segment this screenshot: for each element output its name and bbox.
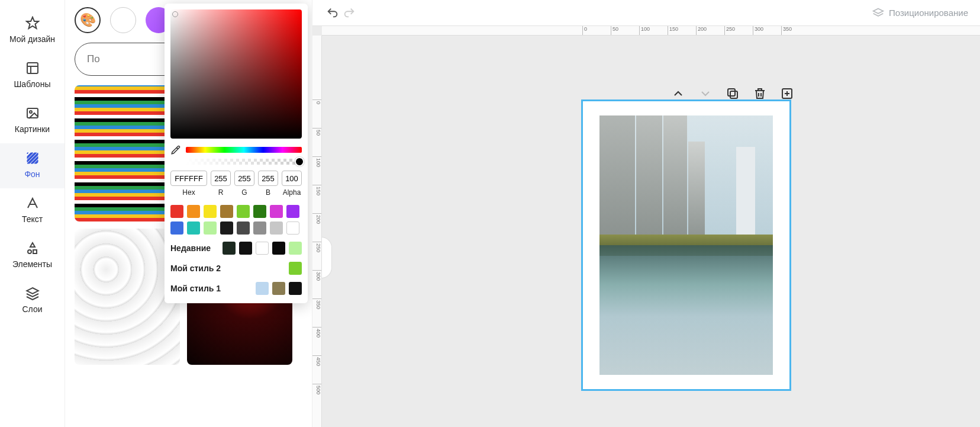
- sidebar-item-text[interactable]: Текст: [0, 188, 65, 233]
- preset-swatch[interactable]: [253, 205, 266, 218]
- recent-swatch[interactable]: [256, 242, 269, 255]
- g-label: G: [234, 188, 254, 197]
- svg-marker-7: [27, 288, 38, 294]
- preset-swatch[interactable]: [220, 205, 233, 218]
- ruler-tick: 350: [312, 298, 321, 309]
- alpha-thumb[interactable]: [295, 157, 304, 166]
- style-swatch[interactable]: [289, 282, 302, 295]
- b-input[interactable]: [258, 171, 278, 186]
- saturation-field[interactable]: [170, 9, 302, 139]
- ruler-tick: 300: [753, 26, 763, 35]
- svg-point-3: [30, 111, 32, 113]
- ruler-tick: 350: [781, 26, 792, 35]
- g-input[interactable]: [234, 171, 254, 186]
- style2-label: Мой стиль 2: [170, 264, 221, 273]
- sidebar-item-elements[interactable]: Элементы: [0, 233, 65, 278]
- svg-rect-11: [728, 89, 735, 96]
- sidebar-item-layers[interactable]: Слои: [0, 278, 65, 323]
- ruler-tick: 50: [611, 26, 618, 35]
- image-icon: [25, 105, 40, 121]
- style-swatch[interactable]: [272, 282, 285, 295]
- sidebar-item-label: Шаблоны: [14, 79, 51, 89]
- preset-swatch[interactable]: [187, 205, 200, 218]
- palette-button[interactable]: 🎨: [75, 7, 101, 33]
- photo-content: [599, 115, 773, 375]
- preset-swatch[interactable]: [237, 205, 250, 218]
- preset-swatch[interactable]: [220, 221, 233, 235]
- svg-marker-4: [30, 243, 35, 247]
- svg-marker-0: [27, 17, 38, 28]
- style-swatch[interactable]: [256, 282, 269, 295]
- shapes-icon: [25, 240, 40, 256]
- positioning-button[interactable]: Позиционирование: [872, 7, 968, 19]
- preset-swatch[interactable]: [253, 221, 266, 235]
- preset-swatch[interactable]: [286, 221, 299, 235]
- work-surface[interactable]: [322, 36, 980, 427]
- svg-rect-6: [33, 250, 37, 253]
- hue-slider[interactable]: [186, 147, 302, 153]
- hex-label: Hex: [170, 188, 207, 197]
- recent-swatch[interactable]: [239, 242, 252, 255]
- recent-swatch[interactable]: [223, 242, 236, 255]
- ruler-tick: 200: [696, 26, 707, 35]
- redo-button[interactable]: [341, 5, 357, 21]
- recent-label: Недавние: [170, 243, 211, 253]
- sidebar-item-templates[interactable]: Шаблоны: [0, 53, 65, 98]
- alpha-slider[interactable]: [186, 159, 302, 165]
- recent-swatch[interactable]: [272, 242, 285, 255]
- eyedropper-icon[interactable]: [170, 145, 181, 155]
- sidebar-item-my-design[interactable]: Мой дизайн: [0, 8, 65, 53]
- ruler-tick: 400: [312, 327, 321, 338]
- ruler-tick: 250: [312, 242, 321, 252]
- hatch-icon: [25, 150, 40, 166]
- ruler-tick: 200: [312, 213, 321, 224]
- background-panel: 🎨: [65, 0, 312, 427]
- swatch-white[interactable]: [110, 7, 136, 33]
- alpha-input[interactable]: [282, 171, 302, 186]
- recent-swatch[interactable]: [289, 242, 302, 255]
- canvas-area: Позиционирование 050100150200250300350 0…: [312, 0, 980, 427]
- saturation-cursor[interactable]: [172, 11, 178, 17]
- color-picker: Hex R G B Alpha Недавние Мой стиль 2 Мой…: [165, 4, 308, 303]
- preset-swatch[interactable]: [204, 205, 217, 218]
- svg-rect-2: [27, 108, 38, 118]
- sidebar-item-background[interactable]: Фон: [0, 143, 65, 188]
- text-icon: [25, 195, 40, 211]
- style-swatch[interactable]: [289, 262, 302, 275]
- svg-marker-9: [873, 8, 884, 13]
- sidebar-item-label: Текст: [22, 214, 43, 224]
- layers-icon: [872, 7, 884, 19]
- ruler-tick: 150: [312, 185, 321, 195]
- ruler-tick: 50: [312, 128, 321, 136]
- undo-button[interactable]: [324, 5, 341, 21]
- r-input[interactable]: [211, 171, 231, 186]
- ruler-tick: 450: [312, 355, 321, 366]
- sidebar-item-label: Элементы: [12, 259, 52, 269]
- panel-handle[interactable]: [322, 237, 332, 278]
- svg-point-5: [28, 250, 31, 253]
- ruler-tick: 100: [639, 26, 650, 35]
- canvas-page[interactable]: [581, 99, 791, 391]
- preset-swatch[interactable]: [237, 221, 250, 235]
- sidebar-item-images[interactable]: Картинки: [0, 98, 65, 143]
- svg-rect-10: [730, 91, 737, 98]
- sidebar-item-label: Мой дизайн: [9, 34, 55, 44]
- alpha-label: Alpha: [282, 188, 302, 197]
- star-icon: [25, 15, 40, 31]
- topbar: Позиционирование: [312, 0, 980, 26]
- preset-swatch[interactable]: [286, 205, 299, 218]
- template-icon: [25, 60, 40, 76]
- svg-rect-1: [27, 63, 38, 73]
- preset-swatch[interactable]: [170, 205, 183, 218]
- preset-swatch[interactable]: [270, 221, 283, 235]
- preset-swatch[interactable]: [270, 205, 283, 218]
- ruler-tick: 250: [724, 26, 735, 35]
- preset-swatch[interactable]: [170, 221, 183, 235]
- hex-input[interactable]: [170, 171, 207, 186]
- ruler-tick: 100: [312, 156, 321, 167]
- ruler-tick: 300: [312, 270, 321, 281]
- layers-icon: [25, 285, 40, 301]
- b-label: B: [258, 188, 278, 197]
- preset-swatch[interactable]: [187, 221, 200, 235]
- preset-swatch[interactable]: [204, 221, 217, 235]
